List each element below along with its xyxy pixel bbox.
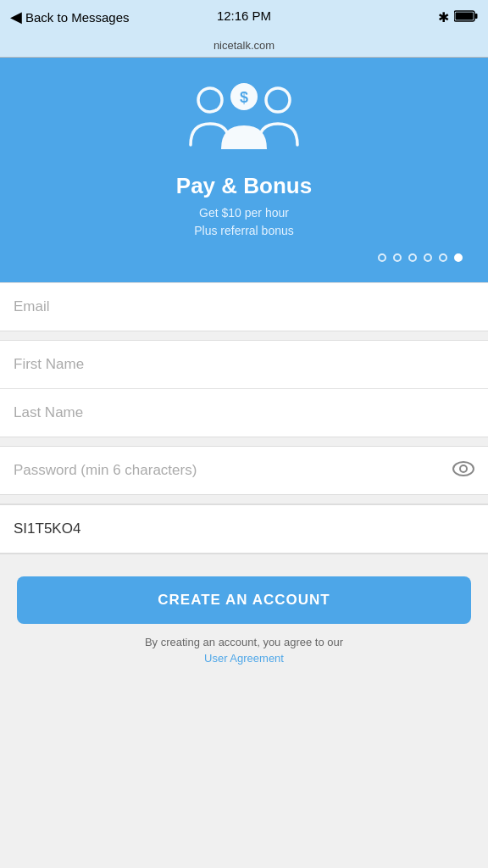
- battery-icon: [454, 10, 478, 25]
- status-bar: ◀ Back to Messages 12:16 PM ✱: [0, 0, 488, 34]
- dot-4[interactable]: [424, 253, 432, 262]
- dot-3[interactable]: [408, 253, 417, 262]
- url-text: nicetalk.com: [214, 39, 274, 52]
- dot-6[interactable]: [454, 253, 463, 262]
- bluetooth-icon: ✱: [438, 9, 449, 25]
- clock: 12:16 PM: [217, 8, 271, 23]
- url-bar: nicetalk.com: [0, 34, 488, 58]
- create-account-button[interactable]: CREATE AN ACCOUNT: [17, 576, 471, 624]
- password-wrapper: [0, 447, 488, 494]
- first-name-input[interactable]: [0, 341, 488, 388]
- dot-2[interactable]: [393, 253, 402, 262]
- dot-1[interactable]: [378, 253, 386, 262]
- password-input[interactable]: [0, 447, 488, 494]
- captcha-value: SI1T5KO4: [0, 504, 488, 554]
- password-group: [0, 446, 488, 495]
- dot-5[interactable]: [439, 253, 447, 262]
- email-input[interactable]: [0, 283, 488, 331]
- email-group: [0, 282, 488, 331]
- svg-rect-1: [475, 14, 478, 19]
- captcha-group: SI1T5KO4: [0, 504, 488, 554]
- status-icons: ✱: [438, 9, 478, 25]
- hero-section: $ Pay & Bonus Get $10 per hour Plus refe…: [0, 58, 488, 282]
- hero-icon: $: [189, 81, 299, 161]
- form-section: SI1T5KO4 CREATE AN ACCOUNT By creating a…: [0, 282, 488, 868]
- hero-title: Pay & Bonus: [176, 173, 312, 199]
- svg-point-7: [453, 462, 474, 476]
- back-arrow-icon: ◀: [10, 8, 22, 26]
- svg-point-3: [198, 88, 222, 112]
- name-group: [0, 340, 488, 437]
- terms-link[interactable]: User Agreement: [0, 652, 488, 665]
- hero-subtitle: Get $10 per hour Plus referral bonus: [194, 204, 294, 240]
- svg-text:$: $: [240, 89, 248, 106]
- eye-icon[interactable]: [452, 459, 474, 481]
- carousel-dots: [378, 253, 463, 262]
- svg-rect-2: [456, 12, 474, 19]
- back-label: Back to Messages: [25, 10, 130, 25]
- svg-point-8: [460, 465, 467, 472]
- svg-point-4: [266, 88, 290, 112]
- terms-text: By creating an account, you agree to our: [0, 636, 488, 648]
- back-button[interactable]: ◀ Back to Messages: [10, 8, 130, 26]
- last-name-input[interactable]: [0, 389, 488, 437]
